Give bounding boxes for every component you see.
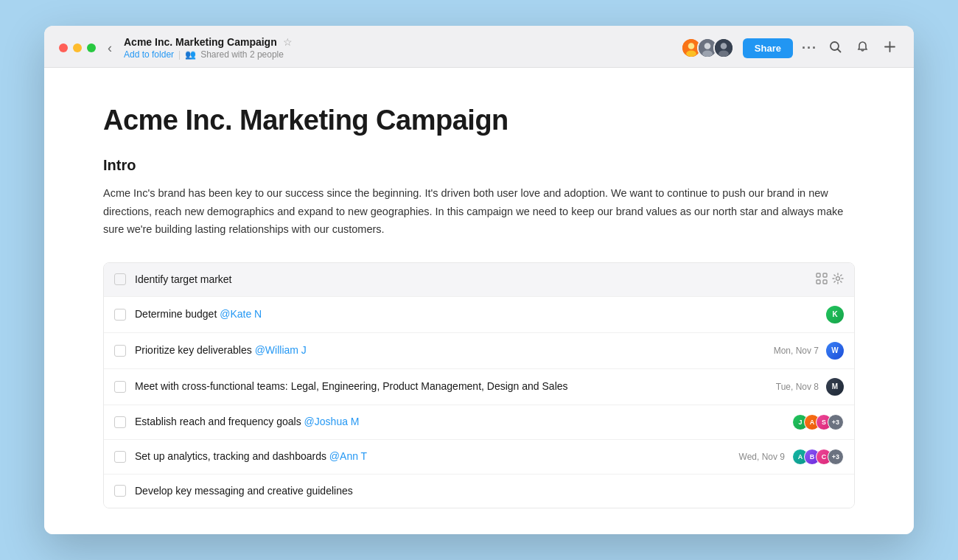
task-checkbox-2[interactable]	[114, 309, 126, 321]
table-row: Meet with cross-functional teams: Legal,…	[104, 369, 854, 405]
intro-paragraph: Acme Inc's brand has been key to our suc…	[103, 184, 855, 239]
task-meta-3: Mon, Nov 7 W	[774, 342, 844, 360]
task-text-3: Prioritize key deliverables @William J	[135, 343, 765, 358]
task-checkbox-1[interactable]	[114, 273, 126, 285]
svg-point-2	[686, 50, 696, 57]
task-checkbox-3[interactable]	[114, 345, 126, 357]
notification-button[interactable]	[853, 39, 872, 57]
task-checkbox-4[interactable]	[114, 381, 126, 393]
collaborator-avatars	[681, 38, 734, 58]
avatar-3	[713, 38, 734, 58]
svg-point-1	[688, 43, 695, 49]
svg-point-4	[704, 43, 711, 49]
mention-kate: @Kate N	[220, 308, 262, 320]
table-row: Establish reach and frequency goals @Jos…	[104, 405, 854, 440]
mention-joshua: @Joshua M	[304, 416, 360, 427]
task-checkbox-6[interactable]	[114, 451, 126, 463]
task-icons-1	[816, 273, 844, 287]
doc-title: Acme Inc. Marketing Campaign	[124, 36, 277, 48]
task-checkbox-5[interactable]	[114, 416, 126, 428]
meta-separator: |	[178, 49, 181, 60]
task-meta-6: Wed, Nov 9 A B C +3	[739, 449, 844, 465]
task-checkbox-7[interactable]	[114, 485, 126, 497]
task-text-1: Identify target market	[135, 272, 816, 287]
shared-icon: 👥	[185, 49, 196, 60]
doc-title-area: Acme Inc. Marketing Campaign ☆ Add to fo…	[124, 36, 293, 60]
task-avatar-3: W	[826, 342, 844, 360]
svg-point-7	[721, 43, 727, 49]
settings-icon[interactable]	[832, 273, 844, 287]
task-text-6: Set up analytics, tracking and dashboard…	[135, 449, 730, 464]
more-button[interactable]: ···	[802, 41, 817, 56]
svg-line-10	[838, 49, 841, 52]
avatar-mini-stack-5: J A S +3	[792, 414, 844, 430]
shared-text: Shared with 2 people	[200, 49, 284, 60]
titlebar-actions: Share ···	[681, 38, 899, 58]
minimize-dot[interactable]	[73, 43, 82, 52]
app-window: ‹ Acme Inc. Marketing Campaign ☆ Add to …	[44, 26, 914, 534]
svg-rect-15	[817, 280, 820, 284]
back-button[interactable]: ‹	[105, 41, 115, 55]
window-controls	[59, 43, 96, 52]
grid-icon[interactable]	[816, 273, 828, 287]
task-meta-5: J A S +3	[792, 414, 844, 430]
mention-ann: @Ann T	[329, 450, 367, 462]
task-meta-2: K	[826, 306, 844, 323]
main-content: Acme Inc. Marketing Campaign Intro Acme …	[44, 68, 914, 534]
content-area: Acme Inc. Marketing Campaign Intro Acme …	[44, 68, 914, 534]
svg-rect-13	[817, 273, 820, 277]
share-button[interactable]: Share	[743, 38, 793, 58]
close-dot[interactable]	[59, 43, 68, 52]
task-meta-4: Tue, Nov 8 M	[776, 378, 844, 396]
task-text-7: Develop key messaging and creative guide…	[135, 483, 844, 499]
add-to-folder-link[interactable]: Add to folder	[124, 49, 174, 60]
task-list: Identify target market	[103, 262, 855, 508]
intro-heading: Intro	[103, 157, 855, 174]
document-title: Acme Inc. Marketing Campaign	[103, 105, 855, 136]
svg-rect-16	[823, 280, 827, 284]
table-row: Prioritize key deliverables @William J M…	[104, 333, 854, 369]
task-date-6: Wed, Nov 9	[739, 452, 785, 462]
task-avatar-4: M	[826, 378, 844, 396]
star-icon[interactable]: ☆	[283, 36, 293, 48]
mention-william: @William J	[255, 344, 307, 356]
add-button[interactable]	[881, 39, 899, 57]
avatar-mini-count-6: +3	[828, 449, 844, 465]
task-text-4: Meet with cross-functional teams: Legal,…	[135, 379, 767, 394]
table-row: Set up analytics, tracking and dashboard…	[104, 440, 854, 475]
task-date-4: Tue, Nov 8	[776, 382, 819, 392]
search-button[interactable]	[826, 39, 845, 57]
maximize-dot[interactable]	[87, 43, 96, 52]
titlebar: ‹ Acme Inc. Marketing Campaign ☆ Add to …	[44, 26, 914, 68]
svg-rect-14	[823, 273, 827, 277]
task-text-2: Determine budget @Kate N	[135, 307, 817, 322]
task-avatar-2: K	[826, 306, 844, 323]
avatar-mini-stack-6: A B C +3	[792, 449, 844, 465]
table-row: Develop key messaging and creative guide…	[104, 475, 854, 508]
svg-point-5	[702, 50, 713, 57]
table-row: Determine budget @Kate N K	[104, 297, 854, 333]
task-date-3: Mon, Nov 7	[774, 346, 819, 356]
table-row: Identify target market	[104, 263, 854, 297]
task-text-5: Establish reach and frequency goals @Jos…	[135, 414, 783, 430]
doc-meta: Add to folder | 👥 Shared with 2 people	[124, 49, 293, 60]
svg-point-17	[836, 276, 840, 280]
svg-point-8	[718, 50, 729, 57]
avatar-mini-count: +3	[828, 414, 844, 430]
